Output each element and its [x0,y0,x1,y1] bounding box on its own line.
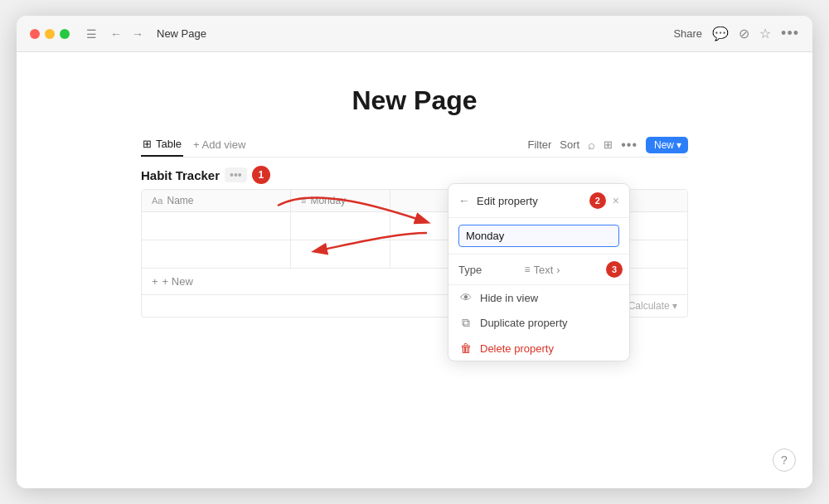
panel-type-row[interactable]: Type ≡ Text › 3 [448,254,629,285]
cell-monday-2[interactable] [291,240,390,268]
monday-col-label: Monday [310,195,346,206]
add-row-icon: + [152,275,158,288]
trash-icon: 🗑 [458,342,473,355]
navigation-buttons: ← → [107,26,147,42]
duplicate-property-label: Duplicate property [480,317,568,329]
type-value: ≡ Text › [524,264,560,276]
more-options-icon[interactable]: ••• [781,25,799,42]
cell-name-2[interactable] [142,240,291,268]
cell-name-1[interactable] [142,212,291,240]
column-monday[interactable]: ≡ Monday [291,190,390,211]
forward-button[interactable]: → [128,26,147,42]
help-button[interactable]: ? [773,448,796,472]
panel-title: Edit property [477,195,583,207]
name-col-label: Name [167,195,193,206]
star-icon[interactable]: ☆ [759,26,771,41]
calculate-label: Calculate ▾ [628,300,677,312]
search-icon[interactable]: ⌕ [588,138,595,152]
add-row-label: + New [162,275,193,288]
edit-property-panel: ← Edit property 2 × Type ≡ Text › [448,183,630,361]
page-title-bar: New Page [157,27,206,40]
type-chevron-icon: › [556,264,560,276]
tab-table[interactable]: ⊞ Table [141,133,183,157]
sort-button[interactable]: Sort [560,138,579,151]
page-inner: New Page ⊞ Table + Add view Filter Sort … [124,52,705,334]
comment-icon[interactable]: 💬 [712,26,729,41]
delete-property-label: Delete property [480,342,554,355]
back-button[interactable]: ← [107,26,125,42]
titlebar-actions: Share 💬 ⊘ ☆ ••• [673,25,799,42]
hide-in-view-label: Hide in view [480,292,538,304]
panel-header: ← Edit property 2 × [448,184,629,218]
close-button[interactable] [30,29,40,39]
traffic-lights [30,29,70,39]
help-icon[interactable]: ⊘ [739,26,749,41]
type-label: Type [458,264,482,276]
db-toolbar-right: Filter Sort ⌕ ⊞ ••• New ▾ [527,137,688,153]
property-name-input[interactable] [458,225,619,247]
app-window: ☰ ← → New Page Share 💬 ⊘ ☆ ••• New Page … [17,16,812,488]
type-icon: ≡ [524,264,530,275]
toolbar-more-icon[interactable]: ••• [621,138,638,153]
type-text: Text [534,264,554,276]
add-view-label: + Add view [193,138,245,151]
panel-input-row [448,218,629,254]
tab-table-label: Table [156,138,182,150]
titlebar: ☰ ← → New Page Share 💬 ⊘ ☆ ••• [17,16,812,52]
panel-back-button[interactable]: ← [458,194,470,207]
duplicate-property-item[interactable]: ⧉ Duplicate property [448,310,629,336]
name-col-icon: Aa [152,196,162,206]
new-chevron-icon: ▾ [676,139,681,151]
annotation-badge-3: 3 [606,261,623,278]
maximize-button[interactable] [60,29,70,39]
page-title: New Page [141,85,688,116]
db-menu-button[interactable]: ••• [225,167,247,182]
delete-property-item[interactable]: 🗑 Delete property [448,336,629,361]
menu-icon[interactable]: ☰ [83,26,100,42]
panel-close-button[interactable]: × [613,194,619,207]
db-title: Habit Tracker [141,168,220,182]
eye-icon: 👁 [458,291,473,304]
content-area: New Page ⊞ Table + Add view Filter Sort … [17,52,812,488]
new-button[interactable]: New ▾ [646,137,688,153]
minimize-button[interactable] [45,29,55,39]
duplicate-icon: ⧉ [458,316,473,330]
cell-monday-1[interactable] [291,212,390,240]
hide-in-view-item[interactable]: 👁 Hide in view [448,285,629,310]
table-icon: ⊞ [143,138,152,150]
new-label: New [654,139,674,151]
filter-button[interactable]: Filter [527,138,551,151]
share-button[interactable]: Share [673,27,702,40]
layout-icon[interactable]: ⊞ [604,138,613,151]
panel-annotation-badge-2: 2 [589,192,606,209]
view-tabs: ⊞ Table + Add view Filter Sort ⌕ ⊞ ••• N… [141,133,688,158]
monday-col-icon: ≡ [301,196,306,206]
annotation-badge-1: 1 [252,166,270,184]
add-view-button[interactable]: + Add view [193,138,245,151]
column-name[interactable]: Aa Name [142,190,291,211]
